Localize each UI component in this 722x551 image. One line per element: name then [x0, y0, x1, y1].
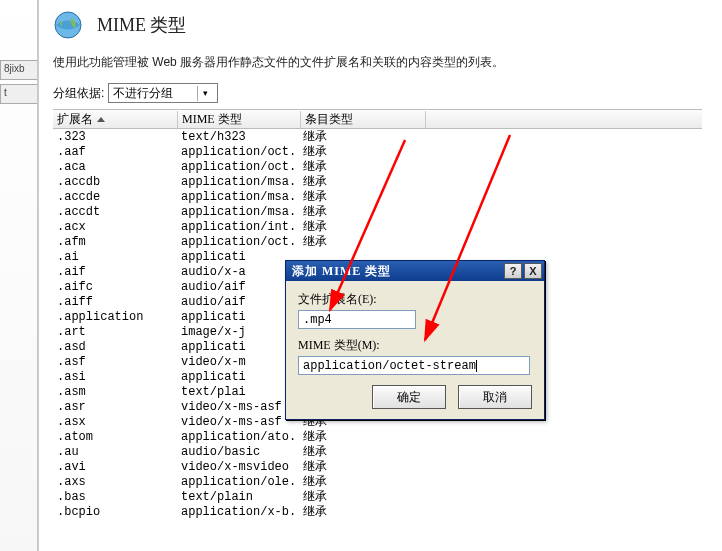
- cell-mime: application/ole...: [177, 475, 299, 489]
- mime-field-label: MIME 类型(M):: [298, 337, 532, 354]
- cell-extension: .acx: [53, 220, 177, 234]
- col-mime-type[interactable]: MIME 类型: [178, 111, 301, 128]
- cell-mime: applicati: [177, 310, 299, 324]
- cell-mime: application/msa...: [177, 190, 299, 204]
- cell-extension: .accde: [53, 190, 177, 204]
- mime-input[interactable]: application/octet-stream: [298, 356, 530, 375]
- cell-mime: audio/aif: [177, 280, 299, 294]
- cell-mime: application/x-b...: [177, 505, 299, 519]
- col-entry-type[interactable]: 条目类型: [301, 111, 426, 128]
- cell-extension: .ai: [53, 250, 177, 264]
- close-button[interactable]: X: [524, 263, 542, 279]
- cell-extension: .axs: [53, 475, 177, 489]
- cell-extension: .asx: [53, 415, 177, 429]
- cell-extension: .au: [53, 445, 177, 459]
- cell-extension: .application: [53, 310, 177, 324]
- tree-node[interactable]: t: [0, 84, 37, 104]
- ext-field-label: 文件扩展名(E):: [298, 291, 532, 308]
- table-row[interactable]: .aafapplication/oct...继承: [53, 144, 702, 159]
- table-row[interactable]: .avivideo/x-msvideo继承: [53, 459, 702, 474]
- group-by-select[interactable]: 不进行分组 ▾: [108, 83, 218, 103]
- cell-mime: video/x-ms-asf: [177, 400, 299, 414]
- page-title: MIME 类型: [97, 13, 187, 37]
- cancel-button[interactable]: 取消: [458, 385, 532, 409]
- table-row[interactable]: .bastext/plain继承: [53, 489, 702, 504]
- cell-mime: video/x-msvideo: [177, 460, 299, 474]
- table-row[interactable]: .atomapplication/ato...继承: [53, 429, 702, 444]
- col-extension[interactable]: 扩展名: [53, 111, 178, 128]
- cell-mime: audio/basic: [177, 445, 299, 459]
- cell-mime: application/msa...: [177, 175, 299, 189]
- table-row[interactable]: .bcpioapplication/x-b...继承: [53, 504, 702, 519]
- cell-mime: application/oct...: [177, 160, 299, 174]
- cell-extension: .asf: [53, 355, 177, 369]
- table-row[interactable]: .acaapplication/oct...继承: [53, 159, 702, 174]
- tree-node[interactable]: 8jixb: [0, 60, 37, 80]
- cell-mime: text/h323: [177, 130, 299, 144]
- ok-button[interactable]: 确定: [372, 385, 446, 409]
- table-row[interactable]: .acxapplication/int...继承: [53, 219, 702, 234]
- table-row[interactable]: .accdeapplication/msa...继承: [53, 189, 702, 204]
- cell-mime: applicati: [177, 340, 299, 354]
- group-by-label: 分组依据:: [53, 85, 104, 102]
- table-row[interactable]: .accdtapplication/msa...继承: [53, 204, 702, 219]
- cell-extension: .atom: [53, 430, 177, 444]
- cell-extension: .asd: [53, 340, 177, 354]
- cell-entry: 继承: [299, 503, 423, 520]
- cell-mime: text/plai: [177, 385, 299, 399]
- dialog-title: 添加 MIME 类型: [292, 263, 502, 280]
- cell-mime: image/x-j: [177, 325, 299, 339]
- cell-extension: .accdb: [53, 175, 177, 189]
- table-row[interactable]: .axsapplication/ole...继承: [53, 474, 702, 489]
- table-row[interactable]: .323text/h323继承: [53, 129, 702, 144]
- cell-extension: .art: [53, 325, 177, 339]
- text-caret: [476, 360, 477, 372]
- cell-extension: .accdt: [53, 205, 177, 219]
- help-button[interactable]: ?: [504, 263, 522, 279]
- cell-entry: 继承: [299, 233, 423, 250]
- cell-extension: .avi: [53, 460, 177, 474]
- cell-extension: .aiff: [53, 295, 177, 309]
- sort-asc-icon: [97, 117, 105, 122]
- cell-mime: application/int...: [177, 220, 299, 234]
- cell-extension: .afm: [53, 235, 177, 249]
- cell-extension: .aifc: [53, 280, 177, 294]
- cell-extension: .asr: [53, 400, 177, 414]
- cell-extension: .asm: [53, 385, 177, 399]
- cell-extension: .aca: [53, 160, 177, 174]
- table-row[interactable]: .afmapplication/oct...继承: [53, 234, 702, 249]
- cell-mime: video/x-ms-asf: [177, 415, 299, 429]
- cell-mime: application/ato...: [177, 430, 299, 444]
- cell-mime: application/oct...: [177, 145, 299, 159]
- cell-mime: video/x-m: [177, 355, 299, 369]
- add-mime-dialog: 添加 MIME 类型 ? X 文件扩展名(E): .mp4 MIME 类型(M)…: [285, 260, 545, 420]
- cell-mime: applicati: [177, 370, 299, 384]
- cell-extension: .323: [53, 130, 177, 144]
- cell-extension: .bas: [53, 490, 177, 504]
- cell-mime: audio/aif: [177, 295, 299, 309]
- group-by-value: 不进行分组: [113, 85, 173, 102]
- cell-extension: .bcpio: [53, 505, 177, 519]
- globe-icon: [53, 10, 83, 40]
- table-header-row: 扩展名 MIME 类型 条目类型: [53, 109, 702, 129]
- dialog-titlebar[interactable]: 添加 MIME 类型 ? X: [286, 261, 544, 281]
- cell-extension: .aaf: [53, 145, 177, 159]
- dropdown-arrow-icon: ▾: [197, 86, 213, 101]
- table-row[interactable]: .accdbapplication/msa...继承: [53, 174, 702, 189]
- cell-mime: application/msa...: [177, 205, 299, 219]
- cell-mime: audio/x-a: [177, 265, 299, 279]
- cell-mime: application/oct...: [177, 235, 299, 249]
- cell-mime: applicati: [177, 250, 299, 264]
- ext-input[interactable]: .mp4: [298, 310, 416, 329]
- cell-extension: .aif: [53, 265, 177, 279]
- cell-extension: .asi: [53, 370, 177, 384]
- table-row[interactable]: .auaudio/basic继承: [53, 444, 702, 459]
- cell-mime: text/plain: [177, 490, 299, 504]
- page-description: 使用此功能管理被 Web 服务器用作静态文件的文件扩展名和关联的内容类型的列表。: [53, 54, 702, 71]
